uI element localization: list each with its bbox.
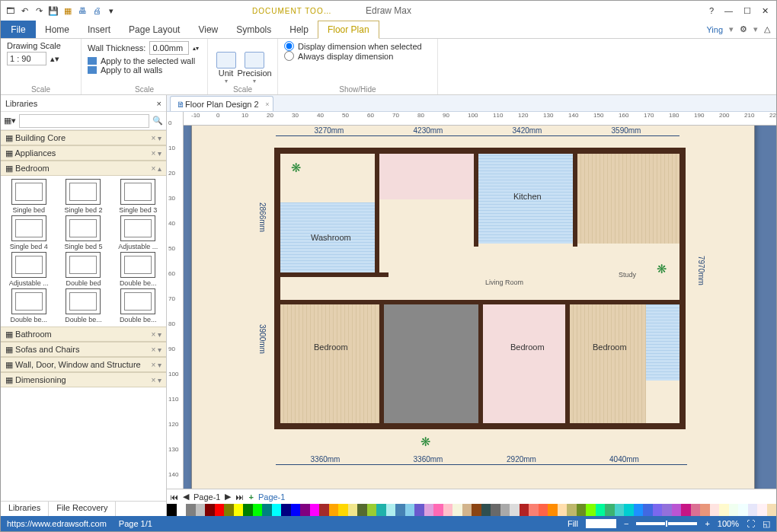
color-swatch[interactable] [234,504,244,516]
color-swatch[interactable] [443,504,453,516]
color-swatch[interactable] [662,504,672,516]
canvas[interactable]: 3270mm 4230mm 3420mm 3590mm 3360mm 3360m… [184,126,776,489]
redo-icon[interactable]: ↷ [33,5,45,17]
color-swatch[interactable] [748,504,758,516]
color-swatch[interactable] [348,504,358,516]
wall-thickness-input[interactable] [149,41,189,55]
color-swatch[interactable] [262,504,272,516]
color-swatch[interactable] [414,504,424,516]
color-swatch[interactable] [738,504,748,516]
color-swatch[interactable] [281,504,291,516]
fullscreen-icon[interactable]: ◱ [763,519,770,529]
shape-item[interactable]: Double be... [111,252,165,287]
category-bathroom[interactable]: ▦ Bathroom× ▾ [1,327,166,342]
apply-selected-wall[interactable]: Apply to the selected wall [101,56,195,65]
document-tab[interactable]: 🗎 Floor Plan Design 2× [170,96,273,111]
category-building-core[interactable]: ▦ Building Core× ▾ [1,130,166,145]
help-icon[interactable]: ? [709,6,714,16]
maximize-button[interactable]: ☐ [743,6,751,16]
export-icon[interactable]: ▦ [62,5,74,17]
shape-item[interactable]: Single bed 4 [2,215,56,250]
color-swatch[interactable] [300,504,310,516]
color-swatch[interactable] [196,504,206,516]
color-swatch[interactable] [243,504,253,516]
radio-display-selected[interactable]: Display dimension when selected [284,41,431,51]
apply-all-walls[interactable]: Apply to all walls [101,65,162,75]
collapse-ribbon-icon[interactable]: △ [764,24,770,34]
color-swatch[interactable] [462,504,472,516]
page-nav-last-icon[interactable]: ⏭ [235,492,244,502]
shape-item[interactable]: Single bed 5 [57,215,110,250]
category-wall-door[interactable]: ▦ Wall, Door, Window and Structure× ▾ [1,357,166,372]
spinner-icon[interactable]: ▴▾ [193,45,199,52]
page-nav-prev-icon[interactable]: ◀ [183,492,189,502]
color-swatch[interactable] [224,504,234,516]
footer-tab-recovery[interactable]: File Recovery [49,502,116,516]
color-swatch[interactable] [253,504,263,516]
color-swatch[interactable] [510,504,520,516]
category-dimensioning[interactable]: ▦ Dimensioning× ▾ [1,372,166,387]
tab-view[interactable]: View [189,21,227,38]
color-palette[interactable] [167,504,776,516]
page-nav-first-icon[interactable]: ⏮ [170,492,178,502]
gear-icon[interactable]: ⚙ [740,24,747,34]
page-nav-next-icon[interactable]: ▶ [225,492,231,502]
shape-item[interactable]: Double bed [57,252,110,287]
library-search-input[interactable] [19,114,149,128]
color-swatch[interactable] [405,504,415,516]
color-swatch[interactable] [395,504,405,516]
tab-insert[interactable]: Insert [78,21,120,38]
close-panel-icon[interactable]: × [157,99,161,108]
close-button[interactable]: ✕ [762,6,769,16]
shape-item[interactable]: Adjustable ... [2,252,56,287]
color-swatch[interactable] [539,504,548,516]
close-doc-icon[interactable]: × [265,100,269,108]
color-swatch[interactable] [710,504,720,516]
category-bedroom[interactable]: ▦ Bedroom× ▴ [1,161,166,176]
options-icon[interactable]: ▾ [105,5,117,17]
footer-tab-libraries[interactable]: Libraries [1,502,49,516]
library-picker-icon[interactable]: ▦▾ [4,116,16,126]
color-swatch[interactable] [691,504,701,516]
color-swatch[interactable] [520,504,529,516]
fit-page-icon[interactable]: ⛶ [747,519,755,528]
tab-help[interactable]: Help [280,21,318,38]
minimize-button[interactable]: — [724,6,733,16]
print-icon[interactable]: 🖶 [76,5,88,17]
user-name[interactable]: Ying [706,25,723,34]
color-swatch[interactable] [719,504,729,516]
color-swatch[interactable] [357,504,367,516]
color-swatch[interactable] [452,504,462,516]
precision-button[interactable]: Precision▾ [238,41,271,92]
save-icon[interactable]: 💾 [47,5,59,17]
shape-item[interactable]: Double be... [111,288,165,323]
shape-item[interactable]: Single bed [2,179,56,214]
color-swatch[interactable] [615,504,625,516]
zoom-out-icon[interactable]: − [624,519,628,528]
color-swatch[interactable] [481,504,491,516]
search-icon[interactable]: 🔍 [152,116,163,126]
tab-floor-plan[interactable]: Floor Plan [318,21,379,39]
color-swatch[interactable] [653,504,663,516]
color-swatch[interactable] [558,504,568,516]
shape-item[interactable]: Double be... [2,288,56,323]
color-swatch[interactable] [291,504,301,516]
color-swatch[interactable] [177,504,187,516]
add-page-button[interactable]: + [248,492,253,502]
fill-swatch[interactable] [586,519,616,528]
tab-page-layout[interactable]: Page Layout [120,21,189,38]
category-sofas[interactable]: ▦ Sofas and Chairs× ▾ [1,342,166,357]
color-swatch[interactable] [433,504,443,516]
color-swatch[interactable] [472,504,481,516]
color-swatch[interactable] [186,504,196,516]
spinner-icon[interactable]: ▴▾ [50,54,59,64]
drawing-page[interactable]: 3270mm 4230mm 3420mm 3590mm 3360mm 3360m… [191,126,755,489]
drawing-scale-input[interactable] [7,52,46,65]
color-swatch[interactable] [329,504,339,516]
file-menu[interactable]: File [1,21,36,38]
shape-item[interactable]: Single bed 2 [57,179,110,214]
color-swatch[interactable] [338,504,348,516]
color-swatch[interactable] [548,504,558,516]
undo-icon[interactable]: ↶ [18,5,30,17]
zoom-level[interactable]: 100% [718,519,739,528]
